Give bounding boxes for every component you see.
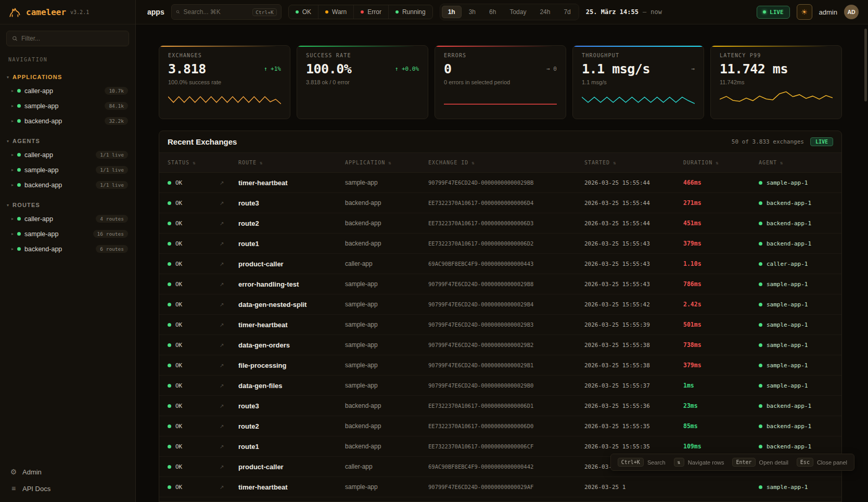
duration-cell: 1.10s <box>683 260 759 267</box>
chevron-right-icon: ▸ <box>11 231 14 236</box>
open-detail-icon[interactable]: ↗ <box>220 281 238 287</box>
panel-title: Recent Exchanges <box>168 137 237 146</box>
duration-cell: 451ms <box>683 220 759 227</box>
agent-dot-icon <box>759 222 762 225</box>
status-cell: OK <box>168 443 220 450</box>
route-cell: route3 <box>238 402 345 410</box>
sidebar-item-caller-app[interactable]: ▸ caller-app 10.7k <box>0 83 135 98</box>
table-row[interactable]: OK ↗ timer-heartbeat sample-app 90799F47… <box>159 315 841 335</box>
range-button-3h[interactable]: 3h <box>463 6 482 18</box>
column-header-started[interactable]: STARTED⇅ <box>584 160 683 165</box>
sidebar-filter[interactable] <box>6 31 129 46</box>
sidebar-item-sample-app[interactable]: ▸ sample-app 84.1k <box>0 98 135 113</box>
sidebar-filter-input[interactable] <box>21 35 123 42</box>
avatar[interactable]: AD <box>844 5 859 19</box>
exchange-id-cell: 90799F47E6CD24D-00000000000029B0 <box>428 382 584 389</box>
sidebar-footer-label: Admin <box>22 468 42 476</box>
sidebar-section-routes[interactable]: ▾ ROUTES <box>0 200 135 211</box>
sidebar-item-backend-app[interactable]: ▸ backend-app 1/1 live <box>0 177 135 192</box>
open-detail-icon[interactable]: ↗ <box>220 200 238 206</box>
column-header-application[interactable]: APPLICATION⇅ <box>345 160 428 165</box>
status-dot-icon <box>17 153 21 157</box>
table-row[interactable]: OK ↗ data-gen-orders sample-app 90799F47… <box>159 335 841 355</box>
sidebar-item-caller-app[interactable]: ▸ caller-app 4 routes <box>0 211 135 226</box>
table-row[interactable]: OK ↗ route2 backend-app EE7322370A10617-… <box>159 416 841 436</box>
open-detail-icon[interactable]: ↗ <box>220 221 238 226</box>
column-header-route[interactable]: ROUTE⇅ <box>238 160 345 165</box>
range-button-6h[interactable]: 6h <box>483 6 502 18</box>
filter-chip-ok[interactable]: OK <box>289 5 318 19</box>
table-row[interactable]: OK ↗ timer-heartbeat sample-app 90799F47… <box>159 477 841 497</box>
started-cell: 2026-03-25 15:55:35 <box>584 443 683 450</box>
open-detail-icon[interactable]: ↗ <box>220 241 238 247</box>
table-row[interactable]: OK ↗ route2 backend-app EE7322370A10617-… <box>159 213 841 234</box>
open-detail-icon[interactable]: ↗ <box>220 464 238 470</box>
range-button-7d[interactable]: 7d <box>557 6 577 18</box>
agent-dot-icon <box>759 242 762 246</box>
column-header-exchange-id[interactable]: EXCHANGE ID⇅ <box>428 160 584 165</box>
sidebar-item-sample-app[interactable]: ▸ sample-app 16 routes <box>0 226 135 241</box>
open-detail-icon[interactable]: ↗ <box>220 322 238 328</box>
agent-dot-icon <box>759 485 762 489</box>
table-row[interactable]: OK ↗ product-caller caller-app 69AC90BF8… <box>159 254 841 274</box>
live-dot-icon <box>763 10 766 14</box>
theme-toggle-button[interactable]: ☀ <box>797 4 812 20</box>
application-cell: backend-app <box>345 443 428 450</box>
status-dot-icon <box>361 10 364 14</box>
table-row[interactable]: OK ↗ error-handling-test sample-app 9079… <box>159 274 841 294</box>
open-detail-icon[interactable]: ↗ <box>220 180 238 186</box>
open-detail-icon[interactable]: ↗ <box>220 383 238 389</box>
stat-card-throughput: THROUGHPUT 1.1 msg/s → 1.1 msg/s <box>572 45 704 119</box>
open-detail-icon[interactable]: ↗ <box>220 261 238 267</box>
filter-chip-running[interactable]: Running <box>389 5 432 19</box>
column-header-status[interactable]: STATUS⇅ <box>168 160 220 165</box>
table-row[interactable]: OK ↗ file-processing sample-app 90799F47… <box>159 355 841 376</box>
range-button-1h[interactable]: 1h <box>442 6 462 18</box>
chevron-right-icon: ▸ <box>11 216 14 221</box>
range-button-today[interactable]: Today <box>503 6 532 18</box>
sidebar-item-backend-app[interactable]: ▸ backend-app 32.2k <box>0 113 135 128</box>
status-cell: OK <box>168 484 220 491</box>
sidebar-section-applications[interactable]: ▾ APPLICATIONS <box>0 72 135 83</box>
scrollbar-thumb[interactable] <box>864 29 867 101</box>
open-detail-icon[interactable]: ↗ <box>220 403 238 409</box>
page-title: apps <box>147 8 164 16</box>
agent-cell: backend-app-1 <box>759 240 833 247</box>
agent-cell: sample-app-1 <box>759 362 833 369</box>
table-row[interactable]: OK ↗ route1 backend-app EE7322370A10617-… <box>159 234 841 254</box>
shortcut-hint: EscClose panel <box>797 458 847 467</box>
table-row[interactable]: OK ↗ data-gen-nested-split sample-app 90… <box>159 294 841 315</box>
chevron-down-icon: ▾ <box>7 139 9 144</box>
global-search[interactable]: Ctrl+K <box>171 4 282 20</box>
table-row[interactable]: OK ↗ timer-heartbeat sample-app 90799F47… <box>159 173 841 193</box>
open-detail-icon[interactable]: ↗ <box>220 423 238 429</box>
kbd-key: ⇅ <box>674 458 684 467</box>
column-header-agent[interactable]: AGENT⇅ <box>759 160 833 165</box>
date-range-display[interactable]: 25. März 14:55 — now <box>586 8 662 16</box>
table-row[interactable]: OK ↗ route3 backend-app EE7322370A10617-… <box>159 193 841 213</box>
range-button-24h[interactable]: 24h <box>533 6 556 18</box>
stat-accent-bar <box>159 46 290 47</box>
sidebar-item-api-docs[interactable]: ≡ API Docs <box>0 480 135 497</box>
stat-accent-bar <box>297 46 428 47</box>
live-toggle[interactable]: LIVE <box>757 6 790 19</box>
open-detail-icon[interactable]: ↗ <box>220 342 238 348</box>
sidebar-item-admin[interactable]: ⚙ Admin <box>0 464 135 480</box>
open-detail-icon[interactable]: ↗ <box>220 484 238 490</box>
sidebar-item-backend-app[interactable]: ▸ backend-app 6 routes <box>0 241 135 256</box>
sidebar-item-sample-app[interactable]: ▸ sample-app 1/1 live <box>0 162 135 177</box>
filter-chip-error[interactable]: Error <box>354 5 389 19</box>
global-search-input[interactable] <box>183 8 249 16</box>
open-detail-icon[interactable]: ↗ <box>220 444 238 449</box>
sidebar-item-caller-app[interactable]: ▸ caller-app 1/1 live <box>0 147 135 162</box>
application-cell: caller-app <box>345 260 428 267</box>
sidebar-section-agents[interactable]: ▾ AGENTS <box>0 136 135 147</box>
stat-card-exchanges: EXCHANGES 3.818 ↑ +1% 100.0% success rat… <box>159 45 290 119</box>
chevron-right-icon: ▸ <box>11 168 14 172</box>
open-detail-icon[interactable]: ↗ <box>220 302 238 307</box>
table-row[interactable]: OK ↗ data-gen-files sample-app 90799F47E… <box>159 376 841 396</box>
filter-chip-warn[interactable]: Warn <box>318 5 354 19</box>
column-header-duration[interactable]: DURATION⇅ <box>683 160 759 165</box>
table-row[interactable]: OK ↗ route3 backend-app EE7322370A10617-… <box>159 396 841 416</box>
open-detail-icon[interactable]: ↗ <box>220 363 238 368</box>
